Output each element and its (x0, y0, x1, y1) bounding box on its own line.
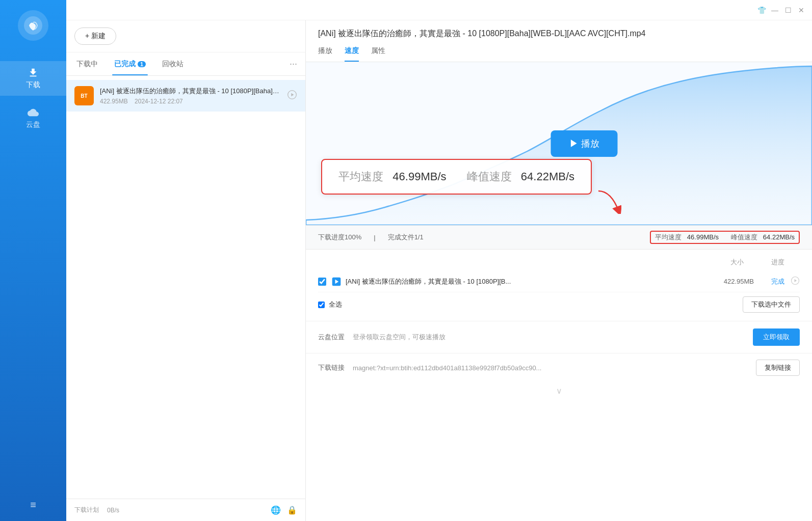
file-row-play-action[interactable] (784, 276, 800, 287)
files-section: 大小 进度 [ANi] 被逐出隊伍的治癒師，其實是最強 - 10 [1080P]… (306, 250, 812, 321)
select-all-row: 全选 下载选中文件 (318, 296, 800, 313)
titlebar: 👕 — ☐ ✕ (66, 0, 812, 20)
col-progress-header: 进度 (744, 258, 784, 267)
content-area: + 新建 下载中 已完成 1 回收站 ··· BT (66, 20, 812, 521)
select-all-label: 全选 (329, 300, 342, 309)
file-checkbox[interactable] (318, 278, 326, 286)
tab-recycle[interactable]: 回收站 (160, 52, 186, 75)
tab-speed[interactable]: 速度 (345, 46, 359, 62)
sidebar-item-cloud-label: 云盘 (26, 120, 40, 129)
titlebar-controls: 👕 — ☐ ✕ (757, 6, 806, 15)
new-button[interactable]: + 新建 (74, 28, 116, 45)
tab-more-icon[interactable]: ··· (290, 59, 297, 69)
sidebar-bottom: ≡ (30, 499, 36, 521)
stats-bar: 下载进度100% | 完成文件1/1 平均速度 46.99MB/s 峰值速度 6… (306, 225, 812, 250)
sidebar: 下载 云盘 ≡ (0, 0, 66, 521)
download-plan-label: 下载计划 (74, 506, 99, 514)
completed-badge: 1 (138, 61, 146, 67)
hamburger-icon[interactable]: ≡ (30, 499, 36, 511)
file-icon: BT (74, 86, 94, 105)
file-play-icon[interactable] (331, 277, 342, 287)
file-row: [ANi] 被逐出隊伍的治癒師，其實是最強 - 10 [1080P][B... … (318, 271, 800, 292)
progress-label: 下载进度100% (318, 233, 361, 242)
shirt-icon[interactable]: 👕 (757, 6, 766, 15)
status-bar-icons: 🌐 🔒 (271, 505, 297, 515)
lock-icon[interactable]: 🔒 (287, 505, 297, 515)
stats-sep1: | (374, 234, 375, 241)
cloud-value: 登录领取云盘空间，可极速播放 (353, 333, 745, 342)
sidebar-item-download[interactable]: 下载 (0, 61, 66, 96)
download-selected-button[interactable]: 下载选中文件 (743, 296, 800, 313)
tab-downloading[interactable]: 下载中 (74, 52, 100, 75)
download-speed: 0B/s (107, 507, 119, 514)
download-name: [ANi] 被逐出隊伍的治癒師，其實是最強 - 10 [1080P][Baha]… (100, 87, 281, 96)
main-area: 👕 — ☐ ✕ + 新建 下载中 已完成 1 回收 (66, 0, 812, 521)
sidebar-item-cloud[interactable]: 云盘 (0, 101, 66, 135)
play-small-button[interactable] (287, 90, 297, 102)
sidebar-nav: 下载 云盘 (0, 61, 66, 135)
tab-play[interactable]: 播放 (318, 46, 332, 62)
file-row-status: 完成 (754, 277, 784, 286)
magnet-value: magnet:?xt=urn:btih:ed112dbd401a81138e99… (353, 364, 748, 372)
file-row-size: 422.95MB (703, 278, 754, 285)
close-button[interactable]: ✕ (797, 6, 806, 15)
cloud-label: 云盘位置 (318, 333, 345, 342)
internet-explorer-icon[interactable]: 🌐 (271, 505, 281, 515)
play-button[interactable]: ▶ 播放 (551, 130, 618, 157)
minimize-button[interactable]: — (770, 6, 779, 15)
stats-highlight-box: 平均速度 46.99MB/s 峰值速度 64.22MB/s (650, 231, 800, 244)
col-size-header: 大小 (693, 258, 744, 267)
tab-properties[interactable]: 属性 (371, 46, 385, 62)
file-title: [ANi] 被逐出隊伍的治癒師，其實是最強 - 10 [1080P][Baha]… (318, 29, 800, 39)
files-header: 大小 进度 (318, 258, 800, 267)
arrow-icon (596, 188, 621, 214)
list-item[interactable]: BT [ANi] 被逐出隊伍的治癒師，其實是最強 - 10 [1080P][Ba… (66, 80, 305, 112)
right-tabs: 播放 速度 属性 (318, 46, 800, 62)
peak-speed-stat: 峰值速度 64.22MB/s (731, 233, 795, 242)
new-btn-bar: + 新建 (66, 20, 305, 52)
tab-completed[interactable]: 已完成 1 (112, 52, 148, 75)
download-list: BT [ANi] 被逐出隊伍的治癒師，其實是最強 - 10 [1080P][Ba… (66, 76, 305, 499)
speed-overlay: 平均速度 46.99MB/s 峰值速度 64.22MB/s (321, 159, 592, 195)
left-panel: + 新建 下载中 已完成 1 回收站 ··· BT (66, 20, 306, 521)
files-label: 完成文件1/1 (388, 233, 424, 242)
left-tabs: 下载中 已完成 1 回收站 ··· (66, 52, 305, 76)
download-meta: 422.95MB 2024-12-12 22:07 (100, 98, 281, 105)
sidebar-item-download-label: 下载 (26, 80, 40, 90)
magnet-label: 下载链接 (318, 363, 345, 372)
app-logo (18, 10, 48, 41)
overlay-peak-label: 峰值速度 64.22MB/s (467, 169, 575, 184)
magnet-section: 下载链接 magnet:?xt=urn:btih:ed112dbd401a811… (306, 353, 812, 382)
file-row-name: [ANi] 被逐出隊伍的治癒師，其實是最強 - 10 [1080P][B... (346, 277, 703, 286)
avg-speed-stat: 平均速度 46.99MB/s (655, 233, 719, 242)
cloud-section: 云盘位置 登录领取云盘空间，可极速播放 立即领取 (306, 321, 812, 353)
right-panel: [ANi] 被逐出隊伍的治癒師，其實是最強 - 10 [1080P][Baha]… (306, 20, 812, 521)
select-all-checkbox[interactable] (318, 301, 325, 308)
claim-button[interactable]: 立即领取 (753, 328, 800, 346)
overlay-avg-label: 平均速度 46.99MB/s (338, 169, 447, 184)
download-info: [ANi] 被逐出隊伍的治癒師，其實是最強 - 10 [1080P][Baha]… (100, 87, 281, 104)
status-bar: 下载计划 0B/s 🌐 🔒 (66, 499, 305, 521)
maximize-button[interactable]: ☐ (783, 6, 793, 15)
copy-link-button[interactable]: 复制链接 (756, 360, 800, 376)
chart-area: ▶ 播放 平均速度 46.99MB/s 峰值速度 64.22MB/s (306, 62, 812, 225)
chevron-down-icon[interactable]: ∨ (306, 382, 812, 400)
right-header: [ANi] 被逐出隊伍的治癒師，其實是最強 - 10 [1080P][Baha]… (306, 20, 812, 62)
